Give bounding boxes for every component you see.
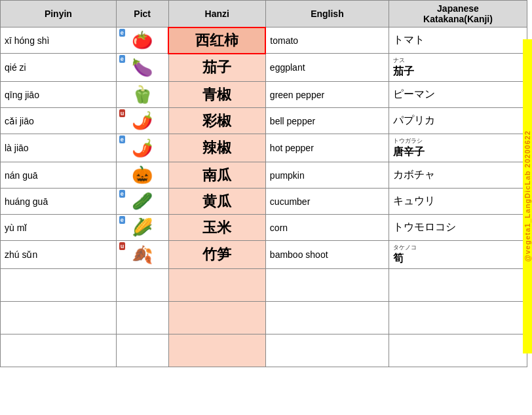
table-wrapper: Pinyin Pict Hanzi English JapaneseKataka… [0,0,532,415]
empty-japanese [389,302,527,334]
cell-english: corn [265,215,389,241]
cell-english: bell pepper [265,108,389,134]
cell-hanzi: 竹笋 [168,241,265,269]
badge-e: e [119,190,125,198]
empty-english [265,302,389,334]
header-row: Pinyin Pict Hanzi English JapaneseKataka… [1,1,527,27]
jp-main: 唐辛子 [393,145,523,159]
watermark: @vegeta1_LangDicLab 20200622 [523,39,532,353]
table-row: qié zi e 🍆 茄子 eggplant ナス茄子 [1,54,527,82]
cell-pinyin: qīng jiāo [1,82,117,108]
cell-english: cucumber [265,189,389,215]
jp-main: 筍 [393,252,523,266]
cell-pinyin: qié zi [1,54,117,82]
empty-pict [116,334,168,367]
jp-main: 茄子 [393,65,523,79]
cell-pict: e 🥒 [116,189,168,215]
food-emoji: 🍆 [132,58,153,77]
empty-english [265,269,389,302]
cell-english: hot pepper [265,134,389,162]
cell-hanzi: 黄瓜 [168,189,265,215]
badge-e: e [119,29,125,37]
cell-hanzi: 西红柿 [168,27,265,54]
food-emoji: 🌶️ [132,111,153,130]
cell-pinyin: xī hóng shì [1,27,117,54]
badge-u: u [119,109,126,117]
jp-small: トウガラシ [393,137,523,145]
jp-plain: カボチャ [393,169,435,180]
food-emoji: 🌽 [132,217,153,237]
cell-hanzi: 青椒 [168,82,265,108]
food-emoji: 🥒 [132,191,153,211]
jp-plain: トマト [393,34,425,45]
cell-english: pumpkin [265,162,389,189]
jp-plain: パプリカ [393,115,435,126]
empty-pict [116,269,168,302]
cell-japanese: トウガラシ唐辛子 [389,134,527,162]
empty-hanzi [168,334,265,367]
empty-hanzi [168,269,265,302]
badge-e: e [119,135,125,143]
empty-pinyin [1,334,117,367]
hanzi-text: 茄子 [202,59,231,75]
header-pinyin: Pinyin [1,1,117,27]
jp-small: ナス [393,56,523,65]
jp-plain: トウモロコシ [393,221,456,232]
empty-hanzi [168,302,265,334]
hanzi-text: 西红柿 [195,32,238,48]
table-row: yù mǐ e 🌽 玉米 corn トウモロコシ [1,215,527,241]
cell-pict: u 🌶️ [116,108,168,134]
food-emoji: 🫑 [132,84,153,104]
header-english: English [265,1,389,27]
food-emoji: 🎃 [132,165,153,185]
cell-english: eggplant [265,54,389,82]
table-row: qīng jiāo 🫑 青椒 green pepper ピーマン [1,82,527,108]
table-row: zhú sǔn u 🍂 竹笋 bamboo shoot タケノコ筍 [1,241,527,269]
table-row: cǎi jiāo u 🌶️ 彩椒 bell pepper パプリカ [1,108,527,134]
cell-hanzi: 辣椒 [168,134,265,162]
cell-hanzi: 玉米 [168,215,265,241]
cell-hanzi: 南瓜 [168,162,265,189]
cell-pinyin: huáng guā [1,189,117,215]
badge-u: u [119,242,126,250]
cell-pict: u 🍂 [116,241,168,269]
empty-pinyin [1,269,117,302]
jp-plain: キュウリ [393,195,435,206]
cell-pict: e 🌽 [116,215,168,241]
table-row: xī hóng shì e 🍅 西红柿 tomato トマト [1,27,527,54]
cell-pict: e 🍅 [116,27,168,54]
empty-japanese [389,269,527,302]
badge-e: e [119,216,125,224]
header-hanzi: Hanzi [168,1,265,27]
cell-japanese: トウモロコシ [389,215,527,241]
cell-japanese: ピーマン [389,82,527,108]
cell-japanese: タケノコ筍 [389,241,527,269]
header-pict: Pict [116,1,168,27]
cell-pinyin: yù mǐ [1,215,117,241]
cell-pict: 🎃 [116,162,168,189]
cell-english: bamboo shoot [265,241,389,269]
hanzi-text: 玉米 [202,219,231,236]
table-row: nán guā 🎃 南瓜 pumpkin カボチャ [1,162,527,189]
jp-plain: ピーマン [393,88,435,99]
hanzi-text: 辣椒 [202,139,231,156]
header-japanese: JapaneseKatakana(Kanji) [389,1,527,27]
table-row [1,302,527,334]
badge-e: e [119,55,125,63]
jp-small: タケノコ [393,244,523,252]
cell-pict: e 🌶️ [116,134,168,162]
hanzi-text: 青椒 [202,86,231,103]
food-emoji: 🌶️ [132,138,153,158]
cell-pinyin: cǎi jiāo [1,108,117,134]
empty-japanese [389,334,527,367]
hanzi-text: 彩椒 [202,113,231,129]
empty-pict [116,302,168,334]
table-row: huáng guā e 🥒 黄瓜 cucumber キュウリ [1,189,527,215]
cell-pict: e 🍆 [116,54,168,82]
table-row [1,269,527,302]
hanzi-text: 竹笋 [202,246,231,262]
cell-english: tomato [265,27,389,54]
food-emoji: 🍅 [132,30,153,50]
cell-pinyin: zhú sǔn [1,241,117,269]
vocabulary-table: Pinyin Pict Hanzi English JapaneseKataka… [0,0,527,367]
